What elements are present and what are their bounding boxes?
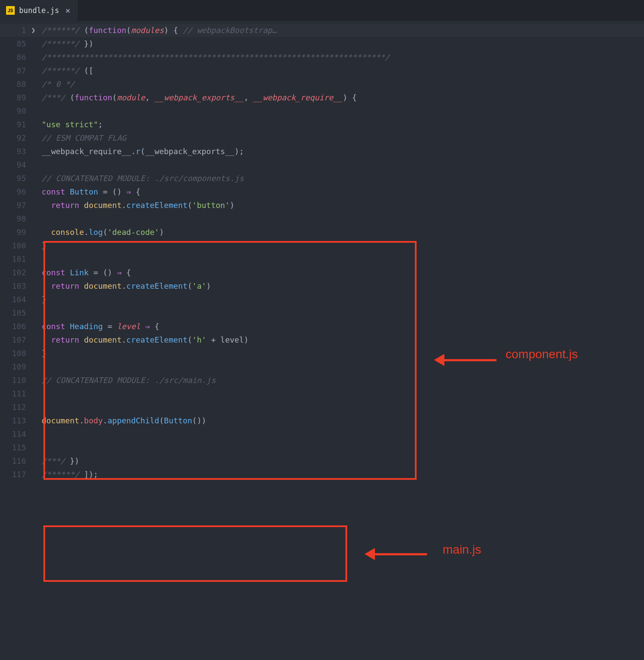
code-content[interactable]: /***/ (function(module, __webpack_export… [42,93,644,102]
fold-toggle-icon[interactable]: ❯ [31,26,42,34]
code-content[interactable]: } [42,295,644,304]
code-line[interactable]: 107 return document.createElement('h' + … [0,333,644,346]
line-number[interactable]: 95 [0,174,31,183]
line-number[interactable]: 89 [0,93,31,102]
js-file-icon: JS [6,6,15,15]
code-line[interactable]: 94 [0,158,644,172]
code-content[interactable]: console.log('dead-code') [42,228,644,237]
code-content[interactable]: return document.createElement('button') [42,201,644,210]
code-content[interactable]: } [42,241,644,250]
code-line[interactable]: 103 return document.createElement('a') [0,279,644,293]
line-number[interactable]: 94 [0,160,31,169]
line-number[interactable]: 112 [0,403,31,412]
line-number[interactable]: 117 [0,470,31,479]
line-number[interactable]: 100 [0,241,31,250]
line-number[interactable]: 91 [0,120,31,129]
line-number[interactable]: 110 [0,376,31,385]
code-line[interactable]: 99 console.log('dead-code') [0,225,644,239]
code-line[interactable]: 101 [0,252,644,266]
line-number[interactable]: 109 [0,362,31,371]
code-line[interactable]: 117/******/ ]); [0,468,644,481]
code-line[interactable]: 95// CONCATENATED MODULE: ./src/componen… [0,172,644,185]
code-line[interactable]: 102const Link = () ⇒ { [0,266,644,279]
line-number[interactable]: 115 [0,443,31,452]
code-content[interactable]: "use strict"; [42,120,644,129]
line-number[interactable]: 90 [0,106,31,116]
code-line[interactable]: 86/*************************************… [0,50,644,64]
line-number[interactable]: 93 [0,147,31,156]
code-content[interactable]: const Link = () ⇒ { [42,268,644,277]
line-number[interactable]: 1 [0,26,31,35]
tab-filename: bundle.js [19,6,59,15]
code-line[interactable]: 111 [0,387,644,400]
code-line[interactable]: 100} [0,239,644,252]
code-line[interactable]: 112 [0,400,644,414]
code-content[interactable]: // CONCATENATED MODULE: ./src/components… [42,174,644,183]
annotation-label-component: component.js [506,347,578,361]
code-line[interactable]: 109 [0,360,644,373]
line-number[interactable]: 85 [0,39,31,48]
line-number[interactable]: 98 [0,214,31,223]
line-number[interactable]: 87 [0,66,31,75]
code-content[interactable]: return document.createElement('a') [42,281,644,290]
code-line[interactable]: 88/* 0 */ [0,77,644,91]
line-number[interactable]: 99 [0,228,31,237]
code-content[interactable]: const Heading = level ⇒ { [42,322,644,331]
code-line[interactable]: 93__webpack_require__.r(__webpack_export… [0,145,644,158]
code-line[interactable]: 90 [0,104,644,118]
line-number[interactable]: 111 [0,389,31,398]
code-line[interactable]: 106const Heading = level ⇒ { [0,320,644,333]
code-content[interactable]: /******/ ]); [42,470,644,479]
line-number[interactable]: 88 [0,79,31,89]
code-content[interactable]: /***************************************… [42,53,644,62]
code-content[interactable]: document.body.appendChild(Button()) [42,416,644,425]
code-line[interactable]: 104} [0,293,644,306]
line-number[interactable]: 103 [0,281,31,290]
line-number[interactable]: 86 [0,53,31,62]
code-line[interactable]: 96const Button = () ⇒ { [0,185,644,198]
code-line[interactable]: 1❯/******/ (function(modules) { // webpa… [0,23,644,37]
code-content[interactable]: /******/ (function(modules) { // webpack… [42,26,644,35]
code-content[interactable]: return document.createElement('h' + leve… [42,335,644,344]
code-content[interactable]: __webpack_require__.r(__webpack_exports_… [42,147,644,156]
code-content[interactable]: const Button = () ⇒ { [42,187,644,196]
line-number[interactable]: 97 [0,201,31,210]
annotation-arrow-component [434,354,496,366]
line-number[interactable]: 104 [0,295,31,304]
line-number[interactable]: 116 [0,456,31,465]
code-line[interactable]: 85/******/ }) [0,37,644,50]
code-line[interactable]: 114 [0,427,644,441]
code-content[interactable]: // CONCATENATED MODULE: ./src/main.js [42,376,644,385]
code-content[interactable]: /***/ }) [42,456,644,465]
code-line[interactable]: 110// CONCATENATED MODULE: ./src/main.js [0,373,644,387]
code-content[interactable]: // ESM COMPAT FLAG [42,133,644,142]
line-number[interactable]: 96 [0,187,31,196]
code-line[interactable]: 113document.body.appendChild(Button()) [0,414,644,427]
code-content[interactable]: /******/ ([ [42,66,644,75]
line-number[interactable]: 107 [0,335,31,344]
tab-bundle-js[interactable]: JS bundle.js × [0,0,79,21]
close-icon[interactable]: × [63,5,72,16]
code-line[interactable]: 87/******/ ([ [0,64,644,77]
code-line[interactable]: 98 [0,212,644,225]
annotation-arrow-main [365,548,427,560]
code-line[interactable]: 92// ESM COMPAT FLAG [0,131,644,145]
line-number[interactable]: 114 [0,429,31,439]
line-number[interactable]: 102 [0,268,31,277]
code-content[interactable]: /* 0 */ [42,79,644,89]
code-line[interactable]: 89/***/ (function(module, __webpack_expo… [0,91,644,104]
code-line[interactable]: 116/***/ }) [0,454,644,468]
line-number[interactable]: 113 [0,416,31,425]
line-number[interactable]: 108 [0,349,31,358]
code-line[interactable]: 91"use strict"; [0,118,644,131]
line-number[interactable]: 92 [0,133,31,142]
line-number[interactable]: 105 [0,308,31,317]
code-line[interactable]: 105 [0,306,644,320]
line-number[interactable]: 106 [0,322,31,331]
code-editor[interactable]: 1❯/******/ (function(modules) { // webpa… [0,21,644,481]
code-line[interactable]: 115 [0,441,644,454]
code-content[interactable]: /******/ }) [42,39,644,48]
line-number[interactable]: 101 [0,254,31,264]
code-line[interactable]: 97 return document.createElement('button… [0,198,644,212]
tab-bar: JS bundle.js × [0,0,644,21]
